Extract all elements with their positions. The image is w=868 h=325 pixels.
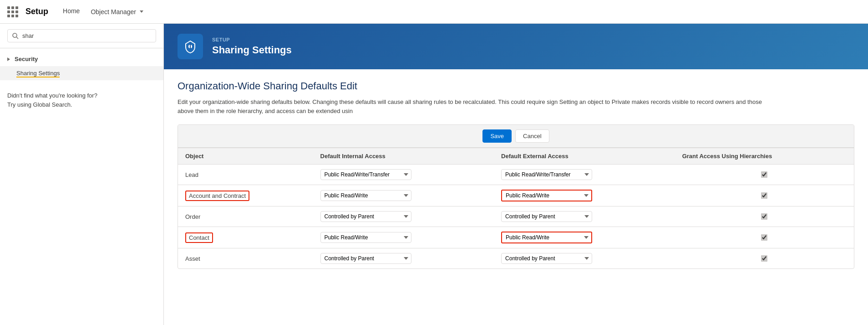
external-access-select[interactable]: Public Read/Write/TransferPublic Read/Wr… <box>501 169 592 180</box>
internal-access-select[interactable]: Public Read/Write/TransferPublic Read/Wr… <box>320 253 411 264</box>
hierarchies-cell[interactable] <box>675 248 854 269</box>
external-access-cell[interactable]: Public Read/Write/TransferPublic Read/Wr… <box>494 185 675 206</box>
hierarchy-checkbox[interactable] <box>761 213 767 220</box>
internal-access-cell[interactable]: Public Read/Write/TransferPublic Read/Wr… <box>313 165 494 185</box>
col-header-external: Default External Access <box>494 148 675 165</box>
header-text: SETUP Sharing Settings <box>212 37 292 56</box>
external-access-select[interactable]: Public Read/Write/TransferPublic Read/Wr… <box>501 253 592 264</box>
object-cell: Contact <box>178 227 313 248</box>
external-access-select[interactable]: Public Read/Write/TransferPublic Read/Wr… <box>501 211 592 222</box>
app-title: Setup <box>25 7 48 16</box>
col-header-hierarchies: Grant Access Using Hierarchies <box>675 148 854 165</box>
table-row: ContactPublic Read/Write/TransferPublic … <box>178 227 854 248</box>
col-header-internal: Default Internal Access <box>313 148 494 165</box>
object-cell: Asset <box>178 248 313 269</box>
internal-access-cell[interactable]: Public Read/Write/TransferPublic Read/Wr… <box>313 248 494 269</box>
internal-access-cell[interactable]: Public Read/Write/TransferPublic Read/Wr… <box>313 206 494 227</box>
header-title: Sharing Settings <box>212 44 292 56</box>
hierarchy-checkbox[interactable] <box>761 234 767 241</box>
hierarchies-cell[interactable] <box>675 206 854 227</box>
object-cell: Account and Contract <box>178 185 313 206</box>
header-icon <box>178 34 203 59</box>
internal-access-select[interactable]: Public Read/Write/TransferPublic Read/Wr… <box>320 232 411 243</box>
table-row: Account and ContractPublic Read/Write/Tr… <box>178 185 854 206</box>
main-content: SETUP Sharing Settings Organization-Wide… <box>164 24 868 325</box>
external-access-cell[interactable]: Public Read/Write/TransferPublic Read/Wr… <box>494 227 675 248</box>
hierarchies-cell[interactable] <box>675 227 854 248</box>
sidebar-security-section: Security Sharing Settings <box>0 48 163 84</box>
external-access-select[interactable]: Public Read/Write/TransferPublic Read/Wr… <box>501 232 592 243</box>
object-name-highlighted: Account and Contract <box>185 191 249 201</box>
external-access-select[interactable]: Public Read/Write/TransferPublic Read/Wr… <box>501 190 592 201</box>
sidebar-search-box <box>0 24 163 48</box>
internal-access-select[interactable]: Public Read/Write/TransferPublic Read/Wr… <box>320 169 411 180</box>
hierarchy-checkbox[interactable] <box>761 192 767 199</box>
search-icon <box>12 33 19 39</box>
sidebar-not-found-message: Didn't find what you're looking for? Try… <box>0 84 163 116</box>
table-row: AssetPublic Read/Write/TransferPublic Re… <box>178 248 854 269</box>
sidebar: Security Sharing Settings Didn't find wh… <box>0 24 164 325</box>
nav-object-manager-link[interactable]: Object Manager <box>91 8 143 15</box>
sidebar-item-sharing-settings[interactable]: Sharing Settings <box>0 66 163 80</box>
hierarchies-cell[interactable] <box>675 185 854 206</box>
object-cell: Lead <box>178 165 313 185</box>
hierarchy-checkbox[interactable] <box>761 171 767 178</box>
col-header-object: Object <box>178 148 313 165</box>
svg-point-0 <box>13 33 17 37</box>
internal-access-select[interactable]: Public Read/Write/TransferPublic Read/Wr… <box>320 190 411 201</box>
external-access-cell[interactable]: Public Read/Write/TransferPublic Read/Wr… <box>494 165 675 185</box>
sidebar-section-security-header[interactable]: Security <box>0 52 163 66</box>
internal-access-select[interactable]: Public Read/Write/TransferPublic Read/Wr… <box>320 211 411 222</box>
save-button[interactable]: Save <box>482 129 512 143</box>
internal-access-cell[interactable]: Public Read/Write/TransferPublic Read/Wr… <box>313 227 494 248</box>
app-launcher-icon[interactable] <box>7 6 18 17</box>
table-row: OrderPublic Read/Write/TransferPublic Re… <box>178 206 854 227</box>
page-header: SETUP Sharing Settings <box>164 24 868 69</box>
chevron-right-icon <box>7 57 10 61</box>
header-label: SETUP <box>212 37 292 42</box>
hierarchy-checkbox[interactable] <box>761 255 767 262</box>
external-access-cell[interactable]: Public Read/Write/TransferPublic Read/Wr… <box>494 206 675 227</box>
table-row: LeadPublic Read/Write/TransferPublic Rea… <box>178 165 854 185</box>
page-description: Edit your organization-wide sharing defa… <box>178 98 769 115</box>
object-cell: Order <box>178 206 313 227</box>
svg-line-1 <box>16 37 18 39</box>
object-name-highlighted: Contact <box>185 232 213 243</box>
page-main-title: Organization-Wide Sharing Defaults Edit <box>178 80 854 92</box>
page-body: Organization-Wide Sharing Defaults Edit … <box>164 69 868 325</box>
sharing-defaults-table: Object Default Internal Access Default E… <box>178 148 854 268</box>
table-toolbar: Save Cancel <box>178 125 854 148</box>
internal-access-cell[interactable]: Public Read/Write/TransferPublic Read/Wr… <box>313 185 494 206</box>
cancel-button[interactable]: Cancel <box>515 129 549 143</box>
sidebar-search-input[interactable] <box>22 32 151 39</box>
external-access-cell[interactable]: Public Read/Write/TransferPublic Read/Wr… <box>494 248 675 269</box>
object-manager-chevron-icon <box>140 10 143 13</box>
nav-home-link[interactable]: Home <box>59 0 83 24</box>
hierarchies-cell[interactable] <box>675 165 854 185</box>
top-nav: Setup Home Object Manager <box>0 0 868 24</box>
sharing-defaults-table-container: Save Cancel Object Default Internal Acce… <box>178 124 854 269</box>
